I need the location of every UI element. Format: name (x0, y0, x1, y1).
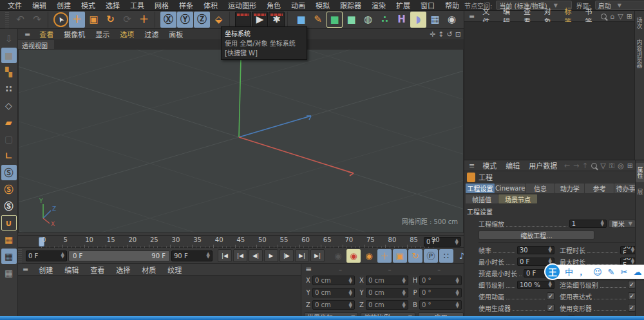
ime-logo[interactable]: 王 (544, 263, 561, 280)
deformer-menu[interactable]: ◗ (410, 12, 426, 28)
lock-y-axis-toggle[interactable]: Ⓨ (177, 12, 193, 28)
filter-icon[interactable]: ▽ (600, 162, 605, 170)
am-menu-模式[interactable]: 模式 (478, 160, 501, 171)
unit-dropdown[interactable]: 厘米▼ (609, 220, 636, 228)
tab-content-browser[interactable]: 内容浏览器 (635, 35, 644, 72)
tab-takes[interactable]: 场次 (635, 14, 644, 33)
volume-menu[interactable]: ◍ (360, 12, 376, 28)
field-input[interactable]: 100 %▲▼ (517, 281, 554, 289)
keyframe-selection-button[interactable]: ◉ (362, 249, 376, 263)
material-menu-查看[interactable]: 查看 (84, 265, 110, 275)
material-menu-创建[interactable]: 创建 (33, 265, 59, 275)
record-position-toggle[interactable]: ＋ (377, 249, 392, 263)
timeline-ruler[interactable]: 0 F ▲▼ 051015202530354045505560657075808… (18, 235, 464, 248)
material-menu-编辑[interactable]: 编辑 (59, 265, 84, 275)
menu-item-动画[interactable]: 动画 (286, 0, 310, 10)
home-icon[interactable]: ⌂ (610, 12, 614, 21)
spinner-arrows[interactable]: ▲▼ (207, 252, 210, 259)
spinner-arrows[interactable]: ▲▼ (402, 278, 406, 284)
spinner-arrows[interactable]: ▲▼ (549, 281, 552, 288)
field-input[interactable]: 30▲▼ (517, 246, 554, 254)
add-panel-icon[interactable]: ⊞ (627, 162, 633, 170)
forward-arrow-icon[interactable]: → (573, 162, 579, 170)
coordinate-field[interactable]: 0 cm▲▼ (312, 288, 355, 297)
am-menu-用户数据[interactable]: 用户数据 (524, 160, 562, 171)
spinner-arrows[interactable]: ▲▼ (456, 278, 459, 284)
spinner-arrows[interactable]: ▲▼ (402, 290, 406, 296)
spline-pen-menu[interactable]: ✎ (310, 12, 326, 28)
viewport-menu-选项[interactable]: 选项 (115, 29, 139, 39)
spinner-arrows[interactable]: ▲▼ (349, 290, 352, 296)
lock-workplane-button[interactable]: ▦ (1, 249, 17, 264)
search-icon[interactable] (591, 163, 597, 169)
ime-handwriting-icon[interactable]: ✎ (608, 268, 615, 276)
tab-layers[interactable]: 层 (636, 185, 644, 198)
ime-cloud-icon[interactable]: ☁ (633, 268, 641, 276)
scale-tool[interactable]: ▣ (86, 12, 102, 28)
recent-tool-move[interactable]: ＋ (136, 12, 152, 28)
menu-item-帮助[interactable]: 帮助 (440, 0, 464, 10)
tab-工程设置[interactable]: 工程设置 (466, 184, 495, 193)
material-menu-纹理[interactable]: 纹理 (162, 265, 187, 275)
transport-drag-handle[interactable] (18, 248, 22, 263)
record-rotation-toggle[interactable]: ↻ (408, 249, 422, 263)
undo-icon[interactable]: ↶ (12, 12, 28, 28)
go-to-end-button[interactable]: ▶| (310, 249, 325, 262)
lock-z-axis-toggle[interactable]: Ⓩ (194, 12, 210, 28)
material-menu-选择[interactable]: 选择 (110, 265, 136, 275)
axis-mode-button[interactable]: ∟ (1, 148, 17, 164)
checkbox[interactable]: ✓ (547, 304, 554, 312)
render-view-button[interactable] (235, 12, 251, 28)
viewport-menu-面板[interactable]: 面板 (164, 29, 188, 39)
texture-mode-button[interactable]: ▚ (1, 64, 17, 80)
autokeying-toggle[interactable]: ◉ (346, 249, 361, 263)
spinner-arrows[interactable]: ▲▼ (549, 247, 552, 253)
menu-item-选择[interactable]: 选择 (100, 0, 125, 10)
render-settings-button[interactable]: ✱ (269, 12, 285, 28)
live-selection-tool[interactable]: ➤ (53, 12, 68, 27)
filter-icon[interactable]: ▽ (618, 12, 623, 21)
subdivision-surface-menu[interactable]: ■ (327, 12, 343, 28)
coordinate-system-toggle[interactable]: ⬙ (211, 12, 227, 28)
hamburger-icon[interactable]: ≡ (301, 265, 316, 274)
go-to-next-key-button[interactable]: ▶| (295, 249, 309, 262)
spinner-arrows[interactable]: ▲▼ (402, 302, 406, 308)
menu-item-工具[interactable]: 工具 (125, 0, 149, 10)
last-tool-used[interactable]: ⟳ (119, 12, 135, 28)
subtab-帧插值[interactable]: 帧插值 (466, 194, 498, 203)
coordinate-field[interactable]: 0 °▲▼ (419, 288, 462, 297)
material-menu-材质[interactable]: 材质 (136, 265, 162, 275)
object-mode-button[interactable]: ▢ (1, 131, 17, 147)
interface-dropdown[interactable]: 启动▼ (595, 1, 644, 10)
menu-item-模式[interactable]: 模式 (76, 0, 100, 10)
target-icon[interactable]: ◎ (618, 162, 624, 170)
environment-floor-menu[interactable]: ▦ (427, 12, 443, 28)
spinner-arrows[interactable]: ▲▼ (349, 302, 352, 308)
viewport-menu-显示[interactable]: 显示 (90, 29, 115, 39)
move-tool[interactable]: ＋ (69, 12, 85, 28)
viewport-menu-查看[interactable]: 查看 (34, 29, 59, 39)
record-scale-toggle[interactable]: ▣ (393, 249, 407, 263)
spinner-arrows[interactable]: ▲▼ (631, 247, 634, 253)
scale-project-button[interactable]: 缩放工程... (478, 231, 594, 240)
ime-screenshot-scissors-icon[interactable]: ✂ (621, 268, 628, 276)
camera-menu[interactable]: ◉ (444, 12, 460, 28)
object-manager-body[interactable] (464, 22, 635, 160)
coordinate-field[interactable]: 0 °▲▼ (419, 300, 462, 310)
go-to-next-frame-button[interactable]: |▶ (279, 249, 294, 262)
menu-item-扩展[interactable]: 扩展 (391, 0, 415, 10)
coordinate-field[interactable]: 0 cm▲▼ (312, 300, 355, 310)
lock-x-axis-toggle[interactable]: Ⓧ (160, 12, 176, 28)
current-frame-field[interactable]: 0 F ▲▼ (424, 237, 461, 247)
add-panel-icon[interactable]: ⊞ (627, 12, 632, 21)
up-arrow-icon[interactable]: ↑ (582, 162, 588, 170)
toggle-view-icon[interactable]: ⊡ (455, 30, 461, 39)
point-mode-button[interactable]: ∷ (1, 81, 17, 97)
menu-item-体积[interactable]: 体积 (198, 0, 223, 10)
add-primitive-cube-menu[interactable]: ■ (293, 12, 309, 28)
ime-chinese-mode-icon[interactable]: 中 (565, 268, 573, 276)
polygon-mode-button[interactable]: ▰ (1, 115, 17, 130)
field-input[interactable]: 1▲▼ (569, 220, 607, 228)
record-parameter-toggle[interactable]: Ⓟ (424, 249, 438, 263)
viewport-menu-过滤[interactable]: 过滤 (139, 29, 164, 39)
